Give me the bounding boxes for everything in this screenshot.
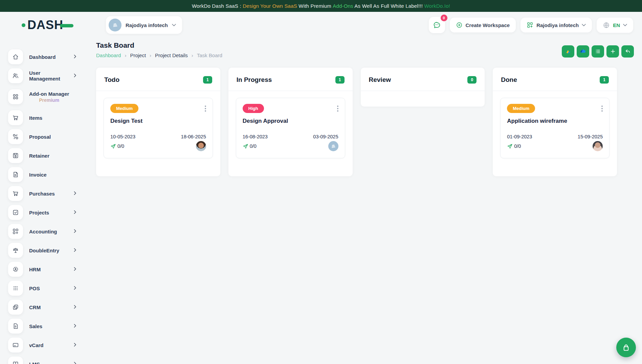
task-end-date: 15-09-2025 — [578, 134, 603, 139]
task-card[interactable]: Medium Application wireframe 01-09-2023 … — [500, 98, 610, 158]
sidebar-item-user-management[interactable]: User Management — [8, 66, 79, 85]
messenger-button[interactable]: 0 — [429, 17, 445, 33]
sidebar-item-dashboard[interactable]: Dashboard — [8, 47, 79, 66]
check-square-icon — [8, 205, 23, 220]
card-menu-button[interactable] — [336, 105, 339, 112]
sidebar-item-purchases[interactable]: Purchases — [8, 184, 79, 203]
breadcrumb-separator: › — [125, 52, 126, 58]
plus-circle-icon — [456, 22, 463, 28]
list-view-button[interactable] — [592, 45, 604, 58]
create-workspace-button[interactable]: Create Workspace — [450, 18, 516, 32]
top-bar: DASH Rajodiya infotech 0 — [22, 14, 633, 36]
globe-icon — [603, 22, 610, 29]
cart-icon — [8, 186, 23, 201]
sidebar-item-items[interactable]: Items — [8, 108, 79, 127]
column-header: Review 0 — [361, 68, 485, 91]
column-in-progress: In Progress 1 High Design Approval 16-08… — [228, 68, 353, 176]
column-body — [361, 91, 485, 107]
onedrive-icon — [580, 48, 586, 55]
send-icon — [243, 143, 248, 149]
card-icon — [8, 338, 23, 352]
grid-icon — [8, 89, 23, 104]
chevron-right-icon — [74, 361, 76, 364]
google-drive-button[interactable] — [562, 45, 574, 58]
sidebar-item-label: Purchases — [29, 191, 55, 197]
sidebar-nav: Dashboard User Management Add-on Manager… — [8, 47, 79, 364]
breadcrumb-separator: › — [192, 52, 193, 58]
sidebar-item-invoice[interactable]: Invoice — [8, 165, 79, 184]
logo-dot — [22, 23, 25, 27]
marketplace-fab-button[interactable] — [616, 338, 636, 357]
sidebar-item-label: DoubleEntry — [29, 248, 59, 253]
assignee-avatar — [328, 141, 338, 151]
language-selector[interactable]: EN — [597, 18, 633, 33]
workspace-menu[interactable]: Rajodiya infotech — [521, 18, 592, 32]
premium-badge: Premium — [29, 97, 69, 103]
sidebar-item-projects[interactable]: Projects — [8, 203, 79, 222]
column-count-badge: 1 — [335, 76, 345, 84]
onedrive-button[interactable] — [577, 45, 589, 58]
breadcrumb-separator: › — [150, 52, 151, 58]
task-card[interactable]: High Design Approval 16-08-2023 03-09-20… — [236, 98, 345, 158]
card-menu-button[interactable] — [601, 105, 603, 112]
undo-arrow-icon — [625, 48, 631, 54]
language-code: EN — [613, 22, 620, 28]
book-icon — [8, 357, 23, 364]
breadcrumb-project-details[interactable]: Project Details — [155, 52, 188, 58]
promo-banner: WorkDo Dash SaaS : Design Your Own SaaS … — [0, 0, 642, 12]
sidebar-item-label: Items — [29, 115, 42, 121]
column-title: Review — [369, 76, 391, 84]
file-icon — [8, 319, 23, 334]
sidebar-item-lms[interactable]: LMS — [8, 355, 79, 364]
banner-highlight: Design Your Own SaaS — [243, 3, 297, 9]
sidebar-item-doubleentry[interactable]: DoubleEntry — [8, 241, 79, 260]
task-title: Application wireframe — [507, 118, 603, 124]
column-title: In Progress — [237, 76, 272, 84]
sidebar-item-pos[interactable]: POS — [8, 279, 79, 298]
breadcrumb-dashboard[interactable]: Dashboard — [96, 52, 121, 58]
grid-plus-icon — [8, 224, 23, 239]
page-title: Task Board — [96, 41, 222, 49]
sidebar-item-vcard[interactable]: vCard — [8, 336, 79, 355]
sidebar-item-retainer[interactable]: Retainer — [8, 146, 79, 165]
sidebar-item-label: Projects — [29, 210, 49, 215]
create-workspace-label: Create Workspace — [466, 22, 510, 28]
sidebar-item-addon-manager[interactable]: Add-on Manager Premium — [8, 85, 79, 108]
sidebar-item-label: Proposal — [29, 134, 51, 140]
column-review: Review 0 — [361, 68, 485, 107]
workspace-switcher[interactable]: Rajodiya infotech — [106, 16, 182, 34]
column-done: Done 1 Medium Application wireframe 01-0… — [493, 68, 617, 176]
back-button[interactable] — [621, 45, 634, 58]
card-menu-button[interactable] — [204, 105, 207, 112]
task-card[interactable]: Medium Design Test 10-05-2023 18-06-2025… — [104, 98, 213, 158]
task-end-date: 18-06-2025 — [181, 134, 206, 139]
chevron-down-icon — [582, 24, 586, 26]
banner-link[interactable]: WorkDo.Io! — [424, 3, 450, 9]
target-icon — [8, 262, 23, 277]
column-header: Done 1 — [493, 68, 617, 91]
chevron-right-icon — [74, 266, 76, 272]
banner-highlight: Add-Ons — [333, 3, 353, 9]
sidebar-item-hrm[interactable]: HRM — [8, 260, 79, 279]
column-header: Todo 1 — [96, 68, 220, 91]
add-stage-button[interactable] — [606, 45, 619, 58]
chat-icon — [433, 21, 441, 29]
breadcrumb-project[interactable]: Project — [130, 52, 146, 58]
sidebar-item-label: CRM — [29, 304, 41, 310]
sidebar-item-label: Invoice — [29, 172, 47, 178]
sidebar-item-sales[interactable]: Sales — [8, 317, 79, 336]
chevron-right-icon — [74, 285, 76, 291]
task-end-date: 03-09-2025 — [313, 134, 338, 139]
chevron-right-icon — [74, 209, 76, 215]
sidebar-item-accounting[interactable]: Accounting — [8, 222, 79, 241]
sidebar-item-proposal[interactable]: Proposal — [8, 127, 79, 146]
list-icon — [595, 48, 601, 54]
column-count-badge: 0 — [467, 76, 477, 84]
banner-text: With Premium — [297, 3, 333, 9]
page-header: Task Board Dashboard › Project › Project… — [96, 41, 222, 58]
assignee-avatar — [593, 141, 603, 151]
priority-badge: Medium — [110, 104, 138, 113]
sidebar-item-crm[interactable]: CRM — [8, 298, 79, 317]
scales-icon — [8, 243, 23, 258]
logo-text: DASH — [27, 19, 63, 31]
